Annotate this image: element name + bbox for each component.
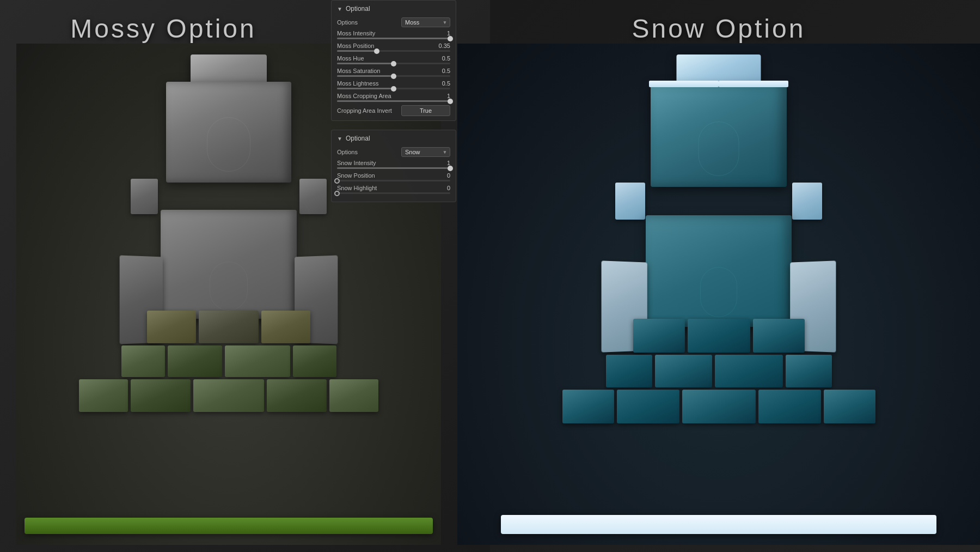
- moss-lightness-thumb[interactable]: [391, 86, 396, 92]
- moss-position-thumb[interactable]: [374, 48, 379, 54]
- moss-hue-label: Moss Hue: [337, 55, 364, 62]
- moss-panel-header[interactable]: ▼ Optional: [337, 5, 450, 13]
- invert-row: Cropping Area Invert True: [337, 105, 450, 116]
- mossy-upper-body: [166, 82, 291, 183]
- mossy-base-block: [225, 345, 290, 377]
- snow-panel-header[interactable]: ▼ Optional: [337, 135, 450, 142]
- snow-base-block: [758, 390, 821, 423]
- mossy-base-block: [261, 311, 310, 343]
- moss-position-fill: [337, 50, 377, 52]
- mossy-connector-left: [131, 179, 158, 214]
- snow-intensity-track[interactable]: [337, 167, 450, 169]
- snow-cap-right-top: [719, 81, 788, 87]
- moss-intensity-row: Moss Intensity 1: [337, 30, 450, 39]
- mossy-base-block: [168, 345, 222, 377]
- mossy-base-row2: [71, 345, 387, 377]
- snow-base-row1: [588, 319, 849, 353]
- mossy-lower-body: [161, 210, 297, 319]
- snow-highlight-track[interactable]: [337, 192, 450, 194]
- snow-position-thumb[interactable]: [334, 178, 340, 184]
- snow-highlight-value: 0: [447, 185, 450, 191]
- moss-cropping-fill: [337, 100, 450, 102]
- panels-container: ▼ Optional Options Moss Snow None ▼ Moss…: [331, 0, 459, 202]
- snow-intensity-thumb[interactable]: [448, 166, 453, 171]
- mossy-engraving: [207, 117, 250, 172]
- moss-hue-value: 0.5: [442, 55, 450, 62]
- moss-lightness-fill: [337, 88, 394, 89]
- moss-cropping-row: Moss Cropping Area 1: [337, 93, 450, 102]
- moss-intensity-label: Moss Intensity: [337, 30, 375, 37]
- moss-position-track[interactable]: [337, 50, 450, 52]
- snow-base-block: [617, 390, 679, 423]
- moss-hue-thumb[interactable]: [391, 61, 396, 66]
- moss-saturation-label: Moss Saturation: [337, 68, 380, 74]
- moss-saturation-fill: [337, 75, 394, 77]
- moss-panel-header-label: Optional: [346, 5, 370, 13]
- snow-base-block: [824, 390, 875, 423]
- snow-engraving: [699, 122, 739, 176]
- snow-connector-right: [792, 183, 822, 220]
- snow-base-row2: [553, 355, 885, 387]
- moss-intensity-thumb[interactable]: [448, 36, 453, 41]
- mossy-base-block: [121, 345, 165, 377]
- moss-panel-collapse-icon: ▼: [337, 6, 342, 12]
- mossy-base-row1: [103, 311, 354, 343]
- snow-connector-left: [615, 183, 645, 220]
- snow-scene: [457, 44, 980, 545]
- moss-saturation-row: Moss Saturation 0.5: [337, 68, 450, 77]
- moss-lightness-track[interactable]: [337, 88, 450, 89]
- moss-lightness-label: Moss Lightness: [337, 80, 378, 87]
- snow-position-track[interactable]: [337, 180, 450, 181]
- snow-base-block: [753, 319, 805, 353]
- moss-lightness-value: 0.5: [442, 80, 450, 87]
- snow-lower-engraving: [700, 267, 737, 317]
- moss-lightness-row: Moss Lightness 0.5: [337, 80, 450, 89]
- snow-base-block: [633, 319, 685, 353]
- snow-panel-collapse-icon: ▼: [337, 136, 342, 142]
- mossy-base-row3: [38, 379, 419, 412]
- snow-intensity-fill: [337, 167, 450, 169]
- moss-hue-track[interactable]: [337, 63, 450, 64]
- moss-position-label: Moss Position: [337, 43, 374, 49]
- moss-options-label: Options: [337, 19, 401, 26]
- snow-position-header: Snow Position 0: [337, 172, 450, 179]
- moss-position-value: 0.35: [439, 43, 450, 49]
- moss-hue-fill: [337, 63, 394, 64]
- moss-cropping-thumb[interactable]: [448, 99, 453, 104]
- mossy-lower-engraving: [210, 262, 248, 311]
- moss-intensity-fill: [337, 38, 450, 39]
- moss-hue-row: Moss Hue 0.5: [337, 55, 450, 64]
- snow-panel-header-label: Optional: [346, 135, 370, 142]
- snow-ground: [501, 515, 936, 534]
- moss-options-row: Options Moss Snow None ▼: [337, 17, 450, 27]
- snow-connectors: [615, 183, 822, 220]
- mossy-base-block: [267, 379, 327, 412]
- mossy-base-block: [199, 311, 259, 343]
- invert-button[interactable]: True: [401, 105, 450, 116]
- snow-intensity-row: Snow Intensity 1: [337, 160, 450, 169]
- snow-position-value: 0: [447, 172, 450, 179]
- moss-saturation-track[interactable]: [337, 75, 450, 77]
- snow-intensity-label: Snow Intensity: [337, 160, 376, 166]
- moss-cropping-track[interactable]: [337, 100, 450, 102]
- moss-intensity-track[interactable]: [337, 38, 450, 39]
- moss-position-header: Moss Position 0.35: [337, 43, 450, 49]
- snow-intensity-header: Snow Intensity 1: [337, 160, 450, 166]
- moss-saturation-thumb[interactable]: [391, 74, 396, 79]
- moss-cropping-header: Moss Cropping Area 1: [337, 93, 450, 99]
- snow-options-select[interactable]: Snow Moss None: [401, 147, 450, 157]
- mossy-base-block: [79, 379, 128, 412]
- mossy-connector-right: [299, 179, 327, 214]
- snow-base-block: [655, 355, 712, 387]
- mossy-base-block: [329, 379, 378, 412]
- snow-option-title: Snow Option: [632, 14, 806, 44]
- moss-intensity-header: Moss Intensity 1: [337, 30, 450, 37]
- snow-highlight-thumb[interactable]: [334, 191, 340, 196]
- snow-base-block: [715, 355, 783, 387]
- invert-label: Cropping Area Invert: [337, 107, 401, 114]
- mossy-base-block: [293, 345, 336, 377]
- snow-base-block: [606, 355, 652, 387]
- mossy-option-title: Mossy Option: [70, 14, 256, 44]
- snow-base-block: [562, 390, 614, 423]
- moss-options-select[interactable]: Moss Snow None: [401, 17, 450, 27]
